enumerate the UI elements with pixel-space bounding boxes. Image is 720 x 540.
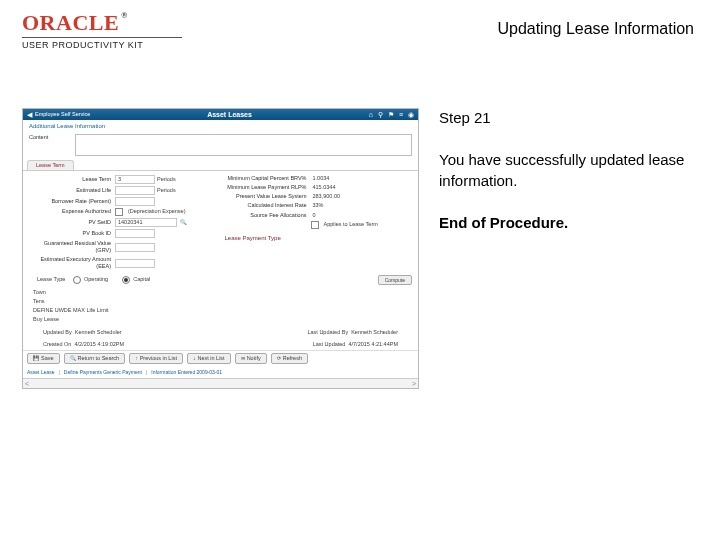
home-icon[interactable]: ⌂ bbox=[369, 110, 373, 119]
section-heading: Additional Lease Information bbox=[23, 120, 418, 132]
oracle-logo: ORACLE® bbox=[22, 12, 182, 34]
next-button[interactable]: ↓Next in List bbox=[187, 353, 231, 364]
breadcrumb-sep-1: | bbox=[59, 369, 60, 376]
tab-strip: Lease Term bbox=[23, 158, 418, 171]
updated-by-value: Kenneth Scheduler bbox=[75, 329, 122, 335]
grv-label: Guaranteed Residual Value (GRV) bbox=[29, 240, 115, 254]
check-tens-label: Tens bbox=[33, 298, 45, 305]
action-button-row: 💾Save 🔍Return to Search ↑Previous in Lis… bbox=[23, 350, 418, 366]
lease-term-label: Lease Term bbox=[29, 176, 115, 183]
src-fee-value: 0 bbox=[311, 212, 349, 219]
last-updated-value: 4/7/2015 4:21:44PM bbox=[348, 341, 398, 347]
applies-lease-term-checkbox[interactable] bbox=[311, 221, 319, 229]
content-label: Content bbox=[29, 134, 69, 156]
notify-label: Notify bbox=[247, 355, 261, 362]
back-icon[interactable]: ◀ bbox=[27, 110, 32, 119]
lease-term-input[interactable]: 3 bbox=[115, 175, 155, 184]
check-define-uwde-label: DEFINE UWDE MAX Life Limit bbox=[33, 307, 108, 314]
calc-int-label: Calculated Interest Rate bbox=[225, 202, 311, 209]
pv-setid-input[interactable]: 14020341 bbox=[115, 218, 177, 227]
updated-by-label: Updated By bbox=[43, 329, 72, 335]
lease-type-capital-radio[interactable]: Capital bbox=[122, 276, 150, 284]
menu-icon[interactable]: ≡ bbox=[399, 110, 403, 119]
return-search-label: Return to Search bbox=[78, 355, 120, 362]
calc-int-value: 33% bbox=[311, 202, 349, 209]
scroll-right-icon[interactable]: > bbox=[412, 379, 416, 388]
brand-divider bbox=[22, 37, 182, 38]
step-label: Step 21 bbox=[439, 108, 698, 128]
prev-icon: ↑ bbox=[135, 355, 138, 362]
lease-type-operating-radio[interactable]: Operating bbox=[73, 276, 108, 284]
breadcrumb-sep-2: | bbox=[146, 369, 147, 376]
breadcrumb: Asset Lease | Define Payments Generic Pa… bbox=[23, 366, 418, 379]
scroll-left-icon[interactable]: < bbox=[25, 379, 29, 388]
est-life-input[interactable] bbox=[115, 186, 155, 195]
save-button-label: Save bbox=[41, 355, 54, 362]
help-icon[interactable]: ◉ bbox=[408, 110, 414, 119]
mlp-rlp-label: Minimum Lease Payment RLP% bbox=[225, 184, 311, 191]
pv-lease-value: 283,900.00 bbox=[311, 193, 349, 200]
lease-type-capital-label: Capital bbox=[133, 276, 150, 283]
back-label[interactable]: Employee Self Service bbox=[35, 111, 90, 118]
compute-button[interactable]: Compute bbox=[378, 275, 412, 286]
brand-block: ORACLE® USER PRODUCTIVITY KIT bbox=[22, 12, 182, 50]
instruction-panel: Step 21 You have successfully updated le… bbox=[439, 108, 698, 389]
applies-lease-term-label: Applies to Lease Term bbox=[322, 221, 380, 228]
next-icon: ↓ bbox=[193, 355, 196, 362]
breadcrumb-part-1[interactable]: Asset Lease bbox=[27, 369, 55, 376]
refresh-label: Refresh bbox=[283, 355, 302, 362]
module-title: Asset Leases bbox=[90, 110, 368, 119]
brand-subtitle: USER PRODUCTIVITY KIT bbox=[22, 40, 182, 50]
refresh-icon: ⟳ bbox=[277, 355, 281, 362]
exp-auth-label: Expense Authorized bbox=[29, 208, 115, 215]
app-titlebar: ◀ Employee Self Service Asset Leases ⌂ ⚲… bbox=[23, 109, 418, 120]
horizontal-scrollbar[interactable]: < > bbox=[23, 378, 418, 388]
search-icon[interactable]: ⚲ bbox=[378, 110, 383, 119]
mlp-rlp-value: 415.0344 bbox=[311, 184, 349, 191]
lookup-icon[interactable]: 🔍 bbox=[180, 219, 187, 226]
end-of-procedure: End of Procedure. bbox=[439, 213, 698, 233]
mcp-brv-label: Minimum Capital Percent BRV% bbox=[225, 175, 311, 182]
instruction-body: You have successfully updated lease info… bbox=[439, 150, 698, 191]
created-on-value: 4/2/2015 4:19:02PM bbox=[75, 341, 125, 347]
return-search-button[interactable]: 🔍Return to Search bbox=[64, 353, 126, 364]
next-label: Next in List bbox=[197, 355, 224, 362]
lease-term-unit: Periods bbox=[155, 176, 193, 183]
notify-icon: ✉ bbox=[241, 355, 245, 362]
previous-button[interactable]: ↑Previous in List bbox=[129, 353, 183, 364]
grv-input[interactable] bbox=[115, 243, 155, 252]
pv-lease-label: Present Value Lease System bbox=[225, 193, 311, 200]
src-fee-label: Source Fee Allocations bbox=[225, 212, 311, 219]
brand-trademark: ® bbox=[121, 11, 127, 20]
est-life-label: Estimated Life bbox=[29, 187, 115, 194]
check-town-label: Town bbox=[33, 289, 46, 296]
est-life-unit: Periods bbox=[155, 187, 193, 194]
tab-lease-term[interactable]: Lease Term bbox=[27, 160, 74, 170]
search-small-icon: 🔍 bbox=[70, 355, 76, 362]
last-updated-by-value: Kenneth Scheduler bbox=[351, 329, 398, 335]
refresh-button[interactable]: ⟳Refresh bbox=[271, 353, 308, 364]
last-updated-label: Last Updated bbox=[313, 341, 346, 347]
content-textarea[interactable] bbox=[75, 134, 412, 156]
exp-auth-checkbox[interactable] bbox=[115, 208, 123, 216]
flag-icon[interactable]: ⚑ bbox=[388, 110, 394, 119]
breadcrumb-part-3[interactable]: Information Entered 2009-03-01 bbox=[151, 369, 222, 376]
pv-book-label: PV Book ID bbox=[29, 230, 115, 237]
page-title: Updating Lease Information bbox=[497, 12, 698, 38]
lease-type-label: Lease Type bbox=[37, 276, 65, 283]
exp-auth-extra: (Depreciation Expense) bbox=[126, 208, 187, 215]
mcp-brv-value: 1.0034 bbox=[311, 175, 349, 182]
check-buy-lease-label: Buy Lease bbox=[33, 316, 59, 323]
save-button[interactable]: 💾Save bbox=[27, 353, 60, 364]
last-updated-by-label: Last Updated By bbox=[307, 329, 348, 335]
breadcrumb-part-2[interactable]: Define Payments Generic Payment bbox=[64, 369, 142, 376]
previous-label: Previous in List bbox=[140, 355, 177, 362]
pv-book-input[interactable] bbox=[115, 229, 155, 238]
eea-input[interactable] bbox=[115, 259, 155, 268]
borrow-rate-input[interactable] bbox=[115, 197, 155, 206]
save-icon: 💾 bbox=[33, 355, 39, 362]
notify-button[interactable]: ✉Notify bbox=[235, 353, 267, 364]
brand-name: ORACLE bbox=[22, 10, 119, 35]
app-screenshot: ◀ Employee Self Service Asset Leases ⌂ ⚲… bbox=[22, 108, 419, 389]
lease-payment-type-heading: Lease Payment Type bbox=[225, 233, 413, 244]
